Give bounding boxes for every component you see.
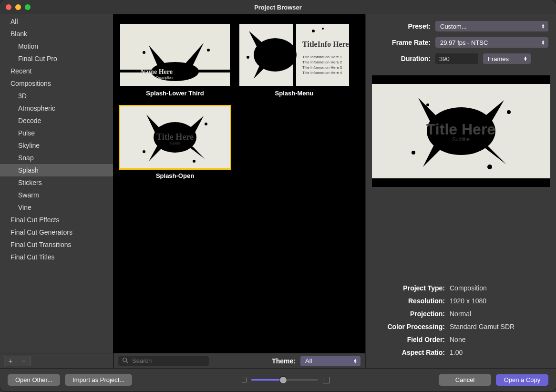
svg-text:Title Information Here 3: Title Information Here 3 [302, 65, 342, 70]
svg-point-20 [205, 123, 207, 125]
thumbnail-size-slider[interactable] [242, 377, 329, 383]
theme-select[interactable]: All ▲▼ [300, 356, 360, 366]
svg-point-31 [426, 103, 429, 106]
chevron-updown-icon: ▲▼ [522, 56, 529, 61]
info-value: 1.00 [450, 349, 463, 356]
slider-knob[interactable] [280, 377, 287, 383]
main-area: AllBlankMotionFinal Cut ProRecentComposi… [0, 14, 556, 368]
theme-label: Theme: [272, 357, 296, 365]
sidebar-item-vine[interactable]: Vine [0, 201, 113, 214]
thumbnail-splash-open[interactable]: Title Here Subtitle Splash-Open [115, 106, 235, 179]
slider-track[interactable] [251, 379, 318, 381]
inspector-panel: Preset: Custom... ▲▼ Frame Rate: 29.97 f… [366, 14, 556, 368]
info-row: Color Processing:Standard Gamut SDR [373, 320, 548, 333]
sidebar-item-compositions[interactable]: Compositions [0, 77, 113, 90]
svg-text:Name Here: Name Here [140, 68, 173, 75]
sidebar-item-blank[interactable]: Blank [0, 28, 113, 40]
thumbnail-splash-lower-third[interactable]: Name Here Description Splash-Lower Third [115, 24, 235, 97]
search-field[interactable] [118, 356, 209, 366]
sidebar-item-skyline[interactable]: Skyline [0, 139, 113, 152]
sidebar-item-splash[interactable]: Splash [0, 164, 113, 176]
close-icon[interactable] [6, 4, 11, 10]
info-key: Project Type: [373, 284, 450, 292]
svg-point-12 [247, 56, 249, 59]
sidebar-item-decode[interactable]: Decode [0, 114, 113, 127]
svg-text:Description: Description [156, 76, 173, 80]
sidebar-item-final-cut-effects[interactable]: Final Cut Effects [0, 214, 113, 226]
duration-unit-select[interactable]: Frames ▲▼ [483, 53, 531, 64]
sidebar-item-recent[interactable]: Recent [0, 65, 113, 77]
thumb-label: Splash-Menu [235, 90, 354, 97]
window-title: Project Browser [0, 4, 556, 11]
info-value: Standard Gamut SDR [450, 323, 515, 330]
sidebar-item-swarm[interactable]: Swarm [0, 189, 113, 201]
info-row: Resolution:1920 x 1080 [373, 294, 548, 307]
duration-input[interactable] [435, 53, 478, 64]
maximize-icon[interactable] [25, 4, 31, 10]
import-as-project-button[interactable]: Import as Project... [65, 374, 132, 386]
sidebar-item-final-cut-generators[interactable]: Final Cut Generators [0, 226, 113, 238]
framerate-value: 29.97 fps - NTSC [440, 39, 488, 46]
svg-point-28 [507, 110, 511, 114]
info-key: Projection: [373, 310, 450, 318]
chevron-updown-icon: ▲▼ [540, 40, 546, 45]
thumb-image[interactable]: Title Here Subtitle [120, 106, 230, 168]
thumb-image[interactable]: Name Here Description [120, 24, 230, 86]
svg-text:Subtitle: Subtitle [169, 142, 180, 145]
framerate-select[interactable]: 29.97 fps - NTSC ▲▼ [435, 37, 548, 48]
large-thumb-icon [323, 377, 329, 383]
thumbnail-splash-menu[interactable]: TitleInfo Here Title Information Here 1T… [235, 24, 354, 97]
svg-text:TitleInfo Here: TitleInfo Here [302, 40, 349, 48]
info-row: Field Order:None [373, 333, 548, 346]
sidebar-item-atmospheric[interactable]: Atmospheric [0, 102, 113, 114]
svg-point-3 [143, 51, 145, 54]
minimize-icon[interactable] [15, 4, 21, 10]
chevron-updown-icon: ▲▼ [540, 24, 546, 29]
search-icon [122, 357, 128, 365]
window-controls [0, 4, 31, 10]
thumb-image[interactable]: TitleInfo Here Title Information Here 1T… [239, 24, 349, 86]
sidebar-item-final-cut-pro[interactable]: Final Cut Pro [0, 52, 113, 65]
sidebar-item-stickers[interactable]: Stickers [0, 176, 113, 189]
theme-value: All [305, 357, 312, 364]
search-input[interactable] [131, 357, 205, 365]
sidebar-item-final-cut-transitions[interactable]: Final Cut Transitions [0, 238, 113, 251]
svg-point-10 [312, 30, 315, 32]
info-key: Aspect Ratio: [373, 349, 450, 356]
info-row: Aspect Ratio:1.00 [373, 346, 548, 359]
svg-rect-9 [293, 24, 296, 86]
duration-unit-value: Frames [488, 55, 509, 62]
svg-point-21 [143, 150, 145, 153]
preset-row: Preset: Custom... ▲▼ [373, 21, 548, 31]
info-key: Color Processing: [373, 323, 450, 330]
sidebar-item-motion[interactable]: Motion [0, 40, 113, 52]
sidebar-item-snap[interactable]: Snap [0, 152, 113, 164]
svg-point-11 [322, 28, 324, 30]
info-row: Projection:Normal [373, 307, 548, 320]
svg-point-22 [193, 160, 196, 163]
open-copy-button[interactable]: Open a Copy [496, 374, 548, 386]
open-other-button[interactable]: Open Other... [8, 374, 60, 386]
preview-title-text: Title Here [413, 121, 509, 138]
sidebar-item-pulse[interactable]: Pulse [0, 127, 113, 139]
duration-row: Duration: Frames ▲▼ [373, 53, 548, 64]
sidebar-item-3d[interactable]: 3D [0, 90, 113, 102]
info-row: Project Type:Composition [373, 281, 548, 294]
info-value: Normal [450, 310, 471, 318]
svg-text:Title Information Here 4: Title Information Here 4 [302, 71, 342, 75]
svg-text:Title Information Here 1: Title Information Here 1 [302, 55, 342, 59]
sidebar-item-all[interactable]: All [0, 15, 113, 28]
sidebar-item-final-cut-titles[interactable]: Final Cut Titles [0, 251, 113, 263]
sidebar-list: AllBlankMotionFinal Cut ProRecentComposi… [0, 14, 113, 353]
svg-point-30 [487, 165, 492, 169]
cancel-button[interactable]: Cancel [439, 374, 491, 386]
preset-select[interactable]: Custom... ▲▼ [435, 21, 548, 31]
project-browser-window: Project Browser AllBlankMotionFinal Cut … [0, 0, 556, 391]
svg-text:Title Here: Title Here [156, 132, 194, 142]
sidebar-footer: + − [0, 353, 113, 368]
preview-thumbnail: Title Here Subtitle [372, 75, 550, 187]
add-button[interactable]: + [4, 356, 17, 366]
content-grid: Name Here Description Splash-Lower Third… [113, 14, 366, 368]
remove-button[interactable]: − [17, 356, 31, 366]
svg-point-25 [123, 358, 127, 361]
